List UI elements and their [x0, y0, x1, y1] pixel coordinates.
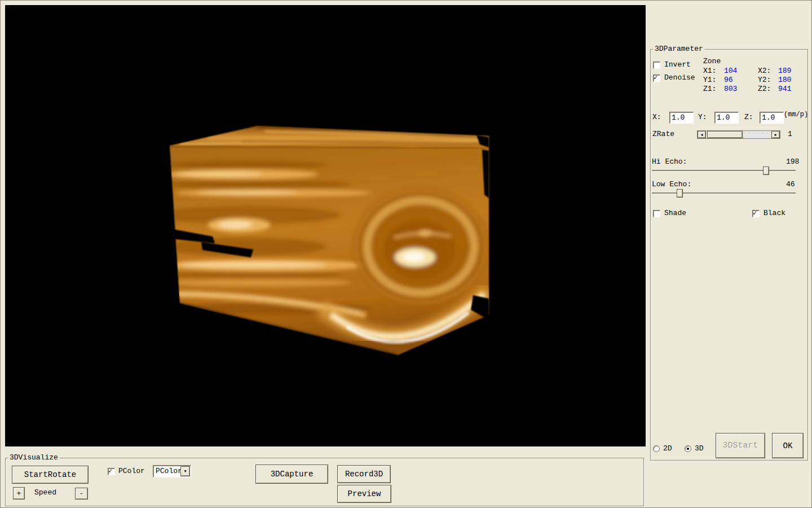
zone-label: X2: [758, 67, 778, 76]
zone-label: Z1: [703, 85, 724, 94]
mode-3d-label: 3D [695, 445, 704, 453]
pcolor-dropdown-button[interactable]: ▼ [180, 466, 190, 476]
scale-unit-label: (mm/p) [784, 111, 808, 119]
preview-button[interactable]: Preview [337, 485, 391, 503]
app-window: 3DParameter ✓ Invert ✓ Denoise Zone X1: … [0, 0, 812, 508]
3dstart-button[interactable]: 3DStart [716, 433, 765, 458]
hi-echo-slider-track[interactable] [652, 170, 796, 171]
pcolor-checkbox-label: PColor [118, 467, 145, 475]
visualize-group-title: 3DVisualize [8, 454, 60, 462]
zrate-scroll-left-button[interactable]: ◄ [698, 131, 706, 138]
zone-label: Z2: [758, 85, 778, 94]
speed-plus-button[interactable]: + [13, 487, 25, 500]
ok-button[interactable]: OK [772, 433, 804, 458]
record3d-button[interactable]: Record3D [337, 465, 391, 483]
hi-echo-label: Hi Echo: [652, 158, 687, 166]
pcolor-dropdown-value: PColor [156, 467, 182, 475]
zone-value: 941 [778, 85, 804, 94]
invert-label: Invert [664, 61, 691, 69]
pcolor-dropdown[interactable]: PColor ▼ [153, 465, 191, 478]
mode-3d-radio[interactable] [685, 445, 691, 452]
zone-value: 180 [778, 76, 804, 85]
zone-label: Y2: [758, 76, 778, 85]
volume-render [5, 5, 646, 446]
zone-table: X1: 104 X2: 189 Y1: 96 Y2: 180 Z1: 803 Z… [703, 67, 804, 94]
zrate-scrollbar[interactable]: ◄ ► [697, 130, 780, 139]
zone-value: 104 [724, 67, 758, 76]
invert-checkbox[interactable]: ✓ [653, 62, 660, 69]
speed-minus-button[interactable]: - [75, 488, 88, 500]
hi-echo-slider-thumb[interactable] [763, 167, 769, 175]
hi-echo-value: 198 [786, 158, 799, 166]
low-echo-label: Low Echo: [652, 181, 691, 189]
zone-value: 803 [724, 85, 758, 94]
scale-z-label: Z: [744, 113, 753, 121]
checkmark-icon: ✓ [654, 73, 657, 82]
render-viewport[interactable] [5, 5, 646, 446]
scroll-right-icon: ► [774, 133, 776, 137]
radio-dot [687, 448, 689, 450]
mode-2d-radio[interactable] [653, 445, 660, 452]
zrate-value: 1 [788, 130, 792, 138]
zone-label: Y1: [703, 76, 724, 85]
low-echo-slider-track[interactable] [652, 192, 796, 194]
scale-x-label: X: [652, 113, 661, 121]
shade-checkbox[interactable]: ✓ [653, 210, 660, 217]
black-checkbox[interactable]: ✓ [752, 210, 760, 217]
low-echo-slider-thumb[interactable] [677, 189, 683, 198]
3dcapture-button[interactable]: 3DCapture [255, 465, 328, 484]
denoise-label: Denoise [664, 74, 695, 82]
scroll-left-icon: ◄ [700, 133, 703, 137]
low-echo-value: 46 [786, 181, 795, 189]
checkmark-icon: ✓ [753, 209, 757, 217]
shade-label: Shade [664, 209, 686, 217]
mode-2d-label: 2D [663, 445, 672, 453]
start-rotate-button[interactable]: StartRotate [12, 466, 89, 484]
scale-y-input[interactable] [714, 112, 739, 124]
zone-value: 189 [778, 67, 804, 76]
scale-x-input[interactable] [669, 112, 694, 124]
scale-z-input[interactable] [760, 112, 784, 124]
scale-y-label: Y: [698, 113, 707, 121]
zone-label: X1: [703, 67, 724, 76]
zrate-scroll-thumb[interactable] [707, 131, 743, 138]
zone-value: 96 [724, 76, 758, 85]
ring-structure [353, 188, 488, 305]
pcolor-checkbox[interactable]: ✓ [108, 468, 115, 475]
zrate-label: ZRate [652, 130, 674, 138]
denoise-checkbox[interactable]: ✓ [653, 75, 660, 82]
black-label: Black [764, 209, 785, 217]
checkmark-icon: ✓ [108, 467, 112, 475]
param-group-title: 3DParameter [653, 45, 705, 53]
zone-title: Zone [703, 58, 721, 65]
zrate-scroll-right-button[interactable]: ► [771, 131, 780, 138]
chevron-down-icon: ▼ [184, 469, 186, 474]
speed-label: Speed [34, 489, 56, 497]
